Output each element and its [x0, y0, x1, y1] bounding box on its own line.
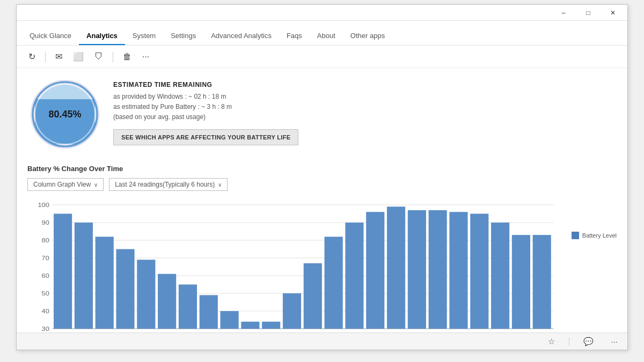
chat-button[interactable]: 💬	[580, 335, 597, 348]
bar-0	[54, 214, 72, 329]
battery-gauge: 80.45%	[27, 77, 103, 152]
title-bar: – □ ✕	[17, 5, 627, 21]
star-button[interactable]: ☆	[545, 335, 558, 348]
main-window: – □ ✕ Quick GlanceAnalyticsSystemSetting…	[16, 4, 628, 350]
svg-text:80: 80	[42, 237, 50, 244]
legend-label: Battery Level	[582, 232, 617, 239]
nav-item-advanced-analytics[interactable]: Advanced Analytics	[203, 27, 279, 45]
refresh-button[interactable]: ↻	[25, 49, 39, 64]
bar-6	[179, 285, 197, 329]
bar-4	[137, 260, 155, 329]
range-arrow-icon: ∨	[218, 182, 222, 188]
bar-20	[470, 214, 488, 329]
bar-12	[304, 263, 322, 329]
toolbar-separator-1	[45, 51, 46, 62]
more-button[interactable]: ···	[139, 50, 152, 64]
svg-text:90: 90	[42, 219, 50, 226]
bar-19	[449, 212, 467, 329]
bar-7	[200, 295, 218, 329]
bar-10	[262, 322, 280, 329]
bar-23	[533, 235, 551, 329]
nav-item-about[interactable]: About	[310, 27, 343, 45]
chart-section: Battery % Change Over Time Column Graph …	[27, 165, 617, 333]
main-content: 80.45% ESTIMATED TIME REMAINING as provi…	[17, 68, 627, 333]
screen-button[interactable]: ⬜	[70, 49, 87, 64]
bar-16	[387, 206, 405, 329]
nav-item-quick-glance[interactable]: Quick Glance	[22, 27, 79, 45]
nav-item-system[interactable]: System	[125, 27, 163, 45]
filter-button[interactable]: ⛉	[91, 50, 106, 64]
toolbar: ↻ ✉ ⬜ ⛉ 🗑 ···	[17, 46, 627, 68]
range-label: Last 24 readings(Typically 6 hours)	[115, 181, 215, 188]
pure-time: as estimated by Pure Battery : ~ 3 h : 8…	[113, 102, 298, 112]
bar-21	[491, 223, 509, 329]
svg-rect-3	[35, 99, 95, 144]
svg-text:60: 60	[42, 272, 50, 279]
range-selector[interactable]: Last 24 readings(Typically 6 hours) ∨	[109, 178, 228, 191]
svg-text:100: 100	[38, 202, 49, 209]
svg-text:70: 70	[42, 255, 50, 262]
chart-legend: Battery Level	[572, 200, 617, 239]
maximize-button[interactable]: □	[576, 5, 601, 21]
bar-9	[241, 322, 259, 329]
chart-area: 100 90 80 70 60 50 40 30 Battery Level	[27, 200, 617, 333]
battery-info: ESTIMATED TIME REMAINING as provided by …	[113, 77, 298, 145]
bar-22	[512, 235, 530, 329]
legend-color-box	[572, 232, 579, 239]
svg-text:40: 40	[42, 308, 50, 315]
bar-13	[325, 237, 343, 329]
bar-chart: 100 90 80 70 60 50 40 30	[27, 200, 566, 333]
bar-2	[96, 237, 114, 329]
battery-section: 80.45% ESTIMATED TIME REMAINING as provi…	[27, 77, 617, 152]
chart-controls: Column Graph View ∨ Last 24 readings(Typ…	[27, 178, 617, 191]
nav-item-analytics[interactable]: Analytics	[79, 27, 125, 45]
close-button[interactable]: ✕	[601, 5, 625, 21]
chart-wrapper: 100 90 80 70 60 50 40 30	[27, 200, 566, 333]
delete-button[interactable]: 🗑	[120, 50, 135, 64]
nav-item-faqs[interactable]: Faqs	[279, 27, 310, 45]
view-arrow-icon: ∨	[94, 182, 98, 188]
bar-11	[283, 293, 301, 329]
minimize-button[interactable]: –	[551, 5, 576, 21]
svg-text:50: 50	[42, 290, 50, 297]
bar-8	[220, 311, 238, 329]
estimated-time-title: ESTIMATED TIME REMAINING	[113, 81, 298, 88]
email-button[interactable]: ✉	[52, 49, 65, 64]
nav-item-other-apps[interactable]: Other apps	[343, 27, 392, 45]
bar-18	[429, 210, 447, 329]
bar-3	[116, 249, 134, 329]
nav-bar: Quick GlanceAnalyticsSystemSettingsAdvan…	[17, 21, 627, 46]
view-label: Column Graph View	[33, 181, 91, 188]
svg-text:30: 30	[42, 326, 50, 333]
windows-time: as provided by Windows : ~ 02 h : 18 m	[113, 92, 298, 102]
status-more-button[interactable]: ···	[608, 335, 621, 348]
battery-percentage: 80.45%	[48, 109, 81, 120]
nav-item-settings[interactable]: Settings	[163, 27, 203, 45]
bar-14	[345, 223, 363, 329]
affect-battery-button[interactable]: SEE WHICH APPS ARE AFFECTING YOUR BATTER…	[113, 129, 298, 145]
bar-5	[158, 274, 176, 329]
based-on-text: (based on your avg. past usage)	[113, 112, 298, 122]
chart-title: Battery % Change Over Time	[27, 165, 617, 173]
status-bar: ☆ 💬 ···	[17, 333, 627, 350]
bar-17	[408, 210, 426, 329]
bar-15	[366, 212, 384, 329]
status-sep	[569, 337, 569, 346]
view-selector[interactable]: Column Graph View ∨	[27, 178, 104, 191]
toolbar-separator-2	[113, 51, 113, 62]
bar-1	[75, 223, 93, 329]
